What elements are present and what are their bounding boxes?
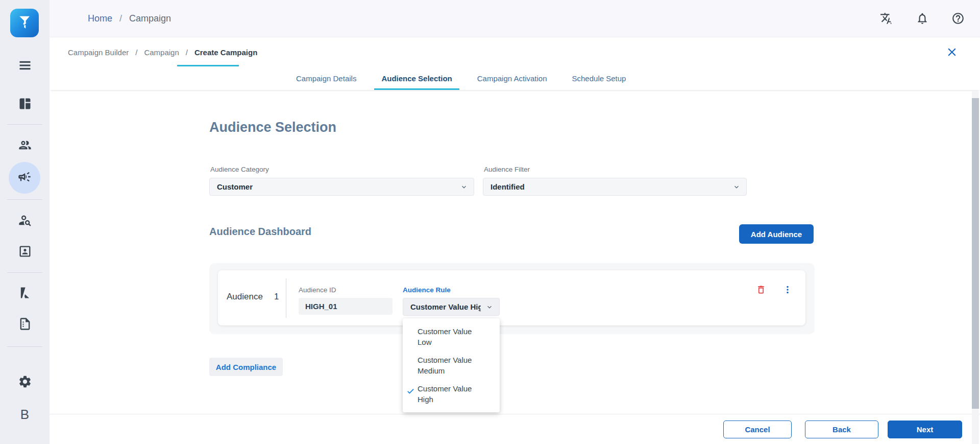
breadcrumb: Home / Campaign [88, 0, 171, 37]
delete-audience-icon[interactable] [756, 285, 766, 295]
translate-icon[interactable] [880, 12, 893, 25]
sidebar-item-b[interactable]: B [0, 407, 50, 423]
menu-item-customer-value-medium[interactable]: Customer Value Medium [403, 351, 500, 380]
module-breadcrumb: Campaign Builder / Campaign / Create Cam… [68, 37, 257, 67]
add-audience-button[interactable]: Add Audience [739, 224, 814, 244]
help-icon[interactable] [951, 12, 965, 25]
tab-campaign-activation[interactable]: Campaign Activation [476, 66, 548, 90]
audience-id-label: Audience ID [299, 286, 336, 294]
app-logo[interactable] [10, 9, 39, 37]
sidebar-divider [7, 346, 42, 347]
breadcrumb-create-campaign: Create Campaign [194, 48, 257, 57]
sidebar-divider [7, 124, 42, 125]
audience-rule-select[interactable]: Customer Value High [403, 298, 500, 316]
page-title: Audience Selection [209, 120, 336, 135]
sidebar: B [0, 0, 50, 444]
audience-card-title: Audience 1 [227, 292, 279, 302]
scrollbar-thumb[interactable] [972, 98, 979, 409]
bell-icon[interactable] [916, 12, 929, 25]
breadcrumb-home-link[interactable]: Home [88, 13, 112, 24]
tab-audience-selection[interactable]: Audience Selection [380, 66, 453, 90]
wizard-footer: Cancel Back Next [50, 414, 980, 444]
tab-campaign-details[interactable]: Campaign Details [295, 66, 357, 90]
audience-rule-dropdown-menu: Customer Value Low Customer Value Medium… [403, 318, 500, 412]
tab-schedule-setup[interactable]: Schedule Setup [571, 66, 627, 90]
scrollbar-track[interactable] [972, 91, 979, 444]
audience-filter-label: Audience Filter [484, 166, 530, 173]
breadcrumb-separator: / [186, 48, 188, 57]
module-header: Campaign Builder / Campaign / Create Cam… [50, 37, 980, 66]
breadcrumb-campaign-builder[interactable]: Campaign Builder [68, 48, 129, 57]
k-logo-icon[interactable] [18, 286, 32, 300]
breadcrumb-campaign[interactable]: Campaign [144, 48, 179, 57]
audience-category-select[interactable]: Customer [209, 178, 474, 196]
chevron-down-icon [733, 183, 740, 191]
chevron-down-icon [486, 303, 493, 311]
sidebar-divider [7, 272, 42, 273]
menu-item-customer-value-high[interactable]: Customer Value High [403, 380, 500, 408]
people-icon[interactable] [18, 138, 32, 152]
sidebar-divider [7, 199, 42, 200]
close-icon[interactable] [945, 45, 959, 59]
menu-item-customer-value-low[interactable]: Customer Value Low [403, 322, 500, 351]
audience-category-value: Customer [217, 182, 253, 191]
kebab-menu-icon[interactable] [782, 285, 793, 295]
document-icon[interactable] [18, 317, 32, 331]
audience-card-divider [286, 278, 286, 318]
audience-index: 1 [274, 292, 279, 302]
audience-dashboard-title: Audience Dashboard [209, 226, 311, 238]
audience-filter-select[interactable]: Identified [483, 178, 747, 196]
funnel-f-logo-icon [16, 13, 33, 33]
back-button[interactable]: Back [805, 420, 878, 438]
audience-category-label: Audience Category [210, 166, 269, 173]
gear-icon[interactable] [18, 375, 32, 389]
megaphone-campaign-icon [17, 170, 32, 186]
check-icon [406, 387, 415, 395]
audience-filter-value: Identified [491, 182, 525, 191]
sidebar-item-campaign-active[interactable] [9, 162, 40, 194]
main-content: Audience Selection Audience Category Cus… [50, 90, 972, 414]
chevron-down-icon [460, 183, 468, 191]
next-button[interactable]: Next [888, 420, 962, 438]
add-compliance-button[interactable]: Add Compliance [209, 358, 283, 376]
audience-rule-label: Audience Rule [403, 286, 451, 294]
audience-rule-value: Customer Value High [410, 302, 481, 311]
topbar: Home / Campaign [50, 0, 980, 37]
breadcrumb-campaign: Campaign [129, 13, 171, 24]
dashboard-icon[interactable] [18, 97, 32, 111]
breadcrumb-separator: / [119, 13, 122, 24]
cancel-button[interactable]: Cancel [723, 420, 792, 438]
person-badge-icon[interactable] [18, 244, 32, 259]
audience-name: Audience [227, 292, 263, 302]
audience-id-input[interactable] [299, 298, 393, 315]
breadcrumb-separator: / [135, 48, 137, 57]
hamburger-menu-icon[interactable] [18, 58, 32, 73]
wizard-tabbar: Campaign Details Audience Selection Camp… [50, 66, 980, 90]
person-search-icon[interactable] [18, 213, 32, 227]
